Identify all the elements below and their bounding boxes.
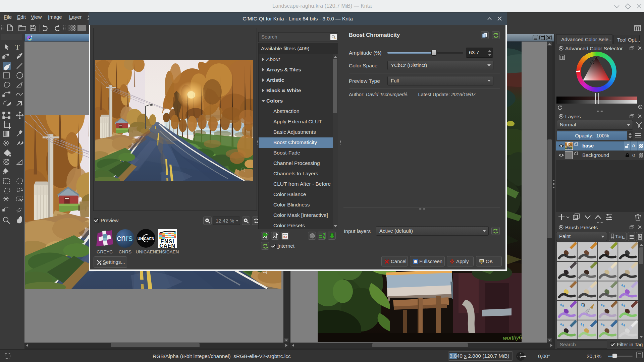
svg-text:CNRS: CNRS — [119, 249, 131, 254]
svg-text:UNICAEN: UNICAEN — [138, 237, 154, 241]
svg-text:Def: Def — [283, 236, 287, 238]
svg-text:T: T — [15, 43, 20, 51]
svg-text:cnrs: cnrs — [117, 233, 132, 243]
svg-text:UNICAEN: UNICAEN — [136, 249, 156, 254]
svg-text:ENSICAEN: ENSICAEN — [156, 249, 179, 254]
svg-text:GREYC: GREYC — [97, 249, 113, 254]
svg-text:Abc: Abc — [283, 233, 287, 236]
svg-text:worthy6: worthy6 — [503, 335, 522, 341]
svg-text:CAEN: CAEN — [159, 243, 175, 249]
